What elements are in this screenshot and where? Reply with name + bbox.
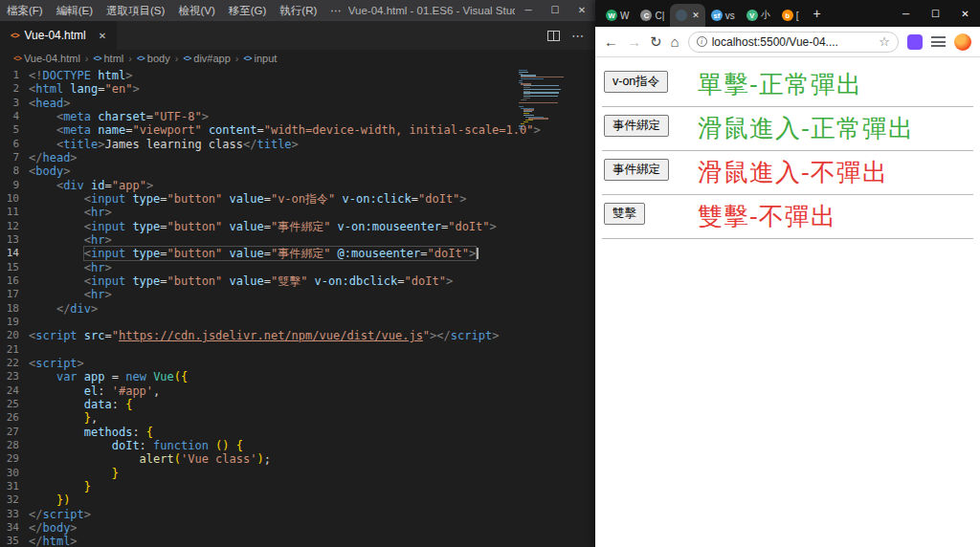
menu-overflow[interactable]: ⋯: [323, 0, 348, 21]
code-line[interactable]: 4 <meta charset="UTF-8">: [0, 110, 595, 123]
code-line[interactable]: 15 <hr>: [0, 261, 595, 274]
maximize-button[interactable]: ☐: [921, 0, 950, 27]
breadcrumb-item-input[interactable]: <> input: [244, 53, 278, 64]
browser-tab-2[interactable]: C C|: [635, 4, 670, 27]
browser-tab-5[interactable]: V 小: [741, 4, 776, 27]
menu-edit[interactable]: 編輯(E): [50, 0, 100, 21]
forward-icon[interactable]: →: [627, 34, 641, 49]
code-line[interactable]: 23 var app = new Vue({: [0, 370, 595, 383]
back-icon[interactable]: ←: [604, 34, 618, 49]
menu-go[interactable]: 移至(G): [222, 0, 274, 21]
mouseenter-button[interactable]: 事件綁定: [604, 115, 669, 137]
more-actions-icon[interactable]: ⋯: [571, 29, 584, 43]
code-token: [29, 220, 84, 233]
tab-close-icon[interactable]: ✕: [692, 11, 700, 20]
breadcrumb-item-body[interactable]: <> body: [137, 53, 170, 64]
minimap[interactable]: [519, 70, 568, 130]
line-number: 6: [0, 138, 19, 151]
code-line[interactable]: 14 <input type="button" value="事件綁定" @:m…: [0, 247, 595, 260]
url-text[interactable]: localhost:5500/Vue-04....: [712, 35, 875, 49]
menu-run[interactable]: 執行(R): [273, 0, 323, 21]
code-line[interactable]: 5 <meta name="viewport" content="width=d…: [0, 123, 595, 137]
code-line[interactable]: 27 methods: {: [0, 426, 595, 439]
v-on-button[interactable]: v-on指令: [604, 71, 668, 93]
code-line[interactable]: 28 doIt: function () {: [0, 439, 595, 452]
code-line[interactable]: 25 data: {: [0, 398, 595, 411]
browser-tab-1[interactable]: W W: [600, 4, 635, 27]
code-token: =: [256, 123, 263, 137]
code-line[interactable]: 2<html lang="en">: [0, 82, 595, 96]
browser-tab-4[interactable]: sf vs: [705, 4, 741, 27]
home-icon[interactable]: ⌂: [671, 34, 679, 49]
close-button[interactable]: ✕: [568, 0, 595, 21]
site-info-icon[interactable]: i: [697, 36, 707, 47]
menu-selection[interactable]: 選取項目(S): [100, 0, 171, 21]
code-token: :: [132, 426, 145, 439]
minimize-button[interactable]: ─: [515, 0, 542, 21]
code-line[interactable]: 34</body>: [0, 521, 595, 535]
tab-close-icon[interactable]: ✕: [99, 31, 106, 41]
code-line[interactable]: 12 <input type="button" value="事件綁定" v-o…: [0, 220, 595, 233]
code-token: type: [125, 274, 160, 288]
maximize-button[interactable]: ☐: [542, 0, 568, 21]
menu-file[interactable]: 檔案(F): [0, 0, 50, 21]
code-token: v-on:click: [335, 192, 411, 206]
menu-view[interactable]: 檢視(V): [171, 0, 221, 21]
code-line[interactable]: 3<head>: [0, 97, 595, 110]
code-line[interactable]: 30 }: [0, 467, 595, 480]
code-line[interactable]: 6 <title>James learning class</title>: [0, 138, 595, 151]
code-line[interactable]: 26 },: [0, 411, 595, 425]
code-token: id: [84, 179, 105, 192]
extension-icon[interactable]: [907, 34, 923, 50]
favicon: C: [640, 10, 652, 21]
code-line[interactable]: 16 <input type="button" value="雙擊" v-on:…: [0, 274, 595, 288]
mouseenter-broken-button[interactable]: 事件綁定: [604, 159, 669, 181]
browser-tab-6[interactable]: b [: [776, 4, 805, 27]
code-token: value: [222, 247, 263, 260]
code-text: }): [29, 493, 70, 507]
code-line[interactable]: 13 <hr>: [0, 233, 595, 247]
code-token: <!: [29, 69, 42, 82]
code-text: el: '#app',: [29, 384, 160, 398]
address-bar[interactable]: i localhost:5500/Vue-04.... ☆: [688, 32, 899, 53]
code-line[interactable]: 29 alert('Vue class');: [0, 452, 595, 466]
browser-tab-active[interactable]: ✕: [670, 4, 705, 27]
profile-avatar[interactable]: [954, 33, 971, 51]
code-editor[interactable]: 1<!DOCTYPE html>2<html lang="en">3<head>…: [0, 67, 595, 547]
code-line[interactable]: 19: [0, 316, 595, 329]
code-line[interactable]: 18 </div>: [0, 302, 595, 316]
code-line[interactable]: 17 <hr>: [0, 288, 595, 301]
breadcrumb-item-file[interactable]: <> Vue-04.html: [13, 53, 80, 64]
code-line[interactable]: 31 }: [0, 480, 595, 493]
minimize-button[interactable]: ─: [891, 0, 921, 27]
reload-icon[interactable]: ↻: [650, 34, 662, 49]
minimap-line: [521, 78, 543, 79]
dblclick-button[interactable]: 雙擊: [604, 203, 645, 225]
code-line[interactable]: 8<body>: [0, 164, 595, 178]
code-line[interactable]: 9 <div id="app">: [0, 179, 595, 192]
code-line[interactable]: 35</html>: [0, 535, 595, 547]
code-line[interactable]: 32 }): [0, 493, 595, 507]
code-line[interactable]: 22<script>: [0, 357, 595, 370]
code-line[interactable]: 7</head>: [0, 151, 595, 164]
code-line[interactable]: 10 <input type="button" value="v-on指令" v…: [0, 192, 595, 206]
editor-tab-vue-04[interactable]: <> Vue-04.html ✕: [0, 21, 117, 50]
code-line[interactable]: 11 <hr>: [0, 206, 595, 219]
breadcrumb-item-div-app[interactable]: <> div#app: [183, 53, 230, 64]
line-number: 11: [0, 206, 19, 219]
reading-list-icon[interactable]: [931, 36, 946, 47]
code-token: "doIt": [418, 192, 459, 206]
code-text: <body>: [29, 164, 70, 178]
new-tab-button[interactable]: +: [805, 6, 830, 21]
code-line[interactable]: 33</script>: [0, 508, 595, 521]
code-line[interactable]: 1<!DOCTYPE html>: [0, 69, 595, 82]
code-line[interactable]: 24 el: '#app',: [0, 384, 595, 398]
code-line[interactable]: 21: [0, 343, 595, 357]
split-editor-icon[interactable]: [547, 31, 560, 41]
code-token: =: [146, 110, 153, 123]
close-button[interactable]: ✕: [950, 0, 980, 27]
bookmark-star-icon[interactable]: ☆: [879, 34, 890, 49]
code-token: =: [264, 220, 271, 233]
code-line[interactable]: 20<script src="https://cdn.jsdelivr.net/…: [0, 329, 595, 342]
breadcrumb-item-html[interactable]: <> html: [94, 53, 124, 64]
